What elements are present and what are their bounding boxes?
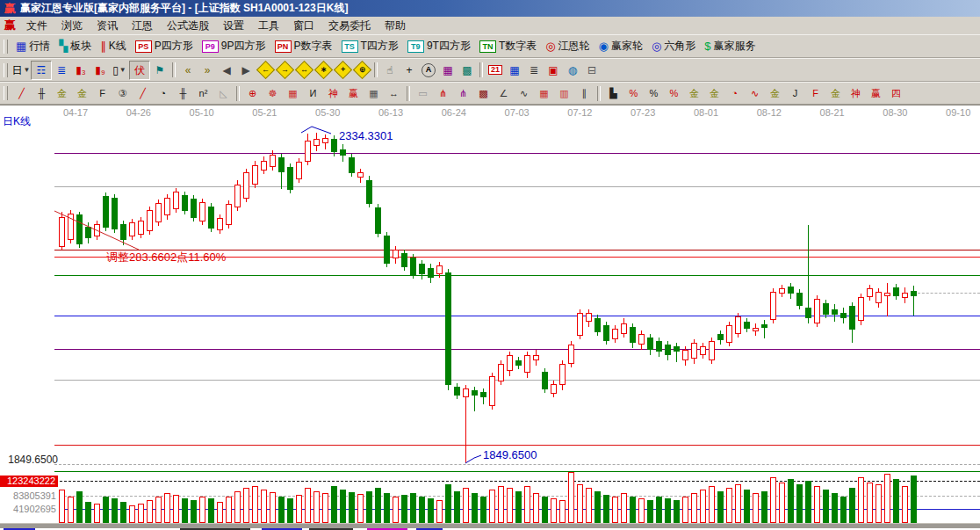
menu-item[interactable]: 公式选股 [160, 18, 216, 33]
draw-tool-button[interactable]: F [92, 85, 112, 102]
menu-item[interactable]: 帮助 [378, 18, 413, 33]
draw-tool-button[interactable]: ∥ [574, 85, 594, 102]
draw-tool-button[interactable]: % [664, 85, 684, 102]
k-pattern-button[interactable]: 伏 [129, 61, 150, 80]
draw-tool-button[interactable]: ▦ [534, 85, 554, 102]
draw-tool-button[interactable]: ↔ [384, 85, 404, 102]
zoom-all-button[interactable]: ⊕ [352, 62, 371, 79]
jump-first-button[interactable]: « [178, 62, 198, 79]
toolbar-button-P数字表[interactable]: PNP数字表 [270, 38, 337, 54]
draw-tool-button[interactable]: J [785, 85, 805, 102]
draw-tool-button[interactable]: ⊕ [242, 85, 263, 102]
notebook-button[interactable]: ≣ [524, 62, 544, 79]
grid-purple-button[interactable]: ▦ [438, 62, 458, 79]
toolbar-button-9T四方形[interactable]: T99T四方形 [403, 38, 475, 54]
menu-item[interactable]: 资讯 [90, 18, 125, 33]
draw-tool-button[interactable]: 金 [765, 85, 785, 102]
toolbar-button-赢家轮[interactable]: ◉赢家轮 [594, 38, 647, 54]
draw-tool-button[interactable]: 四 [886, 85, 906, 102]
toolbar-button-K线[interactable]: ∥K线 [96, 38, 131, 54]
draw-tool-button[interactable]: F [805, 85, 825, 102]
menu-item[interactable]: 交易委托 [321, 18, 378, 33]
bars-3-button[interactable]: ▮₃ [71, 62, 90, 79]
menu-item[interactable]: 江恩 [125, 18, 160, 33]
toolbar-button-江恩轮[interactable]: ◎江恩轮 [541, 38, 594, 54]
draw-tool-button[interactable]: ▦ [364, 85, 384, 102]
jump-last-button[interactable]: » [198, 62, 217, 79]
bars-9-button[interactable]: ▮₉ [90, 62, 110, 79]
toolbar-button-9P四方形[interactable]: P99P四方形 [198, 38, 270, 54]
draw-tool-button[interactable]: ╫ [173, 85, 193, 102]
draw-tool-button[interactable]: 金 [52, 85, 72, 102]
draw-tool-button[interactable]: ∿ [514, 85, 534, 102]
draw-tool-button[interactable]: ▙ [603, 85, 623, 102]
zoom-out-button[interactable]: ∗ [313, 62, 333, 79]
draw-tool-button[interactable]: ▩ [473, 85, 494, 102]
draw-tool-button[interactable]: ╱ [133, 85, 153, 102]
toolbar-button-板块[interactable]: ▚板块 [54, 38, 96, 54]
crosshair-tool-button[interactable]: + [400, 62, 419, 79]
calculator-button[interactable]: ▦ [505, 62, 524, 79]
grid-teal-button[interactable]: ▩ [458, 62, 477, 79]
menu-item[interactable]: 文件 [19, 18, 54, 33]
draw-tool-button[interactable]: ∿ [745, 85, 765, 102]
draw-tool-button[interactable]: ▦ [283, 85, 303, 102]
menu-item[interactable]: 设置 [216, 18, 251, 33]
draw-tool-button[interactable]: ◺ [213, 85, 234, 102]
save-button[interactable]: ▣ [544, 62, 563, 79]
flag-marker-button[interactable]: ⚑ [150, 62, 169, 79]
step-left-button[interactable]: ◀ [217, 62, 236, 79]
zoom-area-button[interactable]: A [419, 62, 438, 79]
chart-style-button[interactable]: ☶ [31, 61, 52, 80]
draw-tool-button[interactable]: 金 [72, 85, 92, 102]
draw-tool-button[interactable]: ⋔ [453, 85, 473, 102]
menu-item[interactable]: 工具 [251, 18, 286, 33]
draw-tool-button[interactable]: 金 [825, 85, 846, 102]
draw-tool-button[interactable]: n² [193, 85, 213, 102]
draw-tool-button[interactable]: 赢 [866, 85, 886, 102]
draw-tool-button[interactable]: 神 [323, 85, 343, 102]
draw-tool-button[interactable]: % [644, 85, 664, 102]
draw-tool-button[interactable]: ∠ [494, 85, 514, 102]
draw-tool-button[interactable]: 神 [846, 85, 866, 102]
scroll-both-button[interactable]: ↔ [294, 62, 313, 79]
toolbar-button-六角形[interactable]: ◎六角形 [647, 38, 700, 54]
scroll-right-button[interactable]: → [275, 62, 294, 79]
draw-tool-button[interactable]: ╱ [11, 85, 32, 102]
draw-tool-button[interactable]: И [303, 85, 323, 102]
scroll-left-button[interactable]: ← [256, 62, 275, 79]
draw-tool-button[interactable]: ③ [112, 85, 133, 102]
draw-tool-button[interactable]: ☸ [263, 85, 283, 102]
draw-tool-button[interactable]: 金 [684, 85, 704, 102]
zoom-in-button[interactable]: + [333, 62, 352, 79]
toolbar-button-T四方形[interactable]: TST四方形 [337, 38, 403, 54]
draw-tool-button[interactable]: 金 [704, 85, 724, 102]
draw-tool-button[interactable]: ▥ [554, 85, 574, 102]
info-panel-button[interactable]: ≣ [52, 62, 71, 79]
hand-tool-button[interactable]: ☝ [380, 62, 400, 79]
toolbar-button-T数字表[interactable]: TNT数字表 [475, 38, 541, 54]
main-chart[interactable]: 日K线 2334.3301 调整283.6602点11.60% 1849.650… [0, 105, 980, 530]
period-day-button[interactable]: 日▼ [11, 62, 31, 79]
menu-item[interactable]: 窗口 [286, 18, 321, 33]
draw-tool-button[interactable]: % [623, 85, 644, 102]
draw-tool-button[interactable]: ◔ [724, 85, 745, 102]
draw-tool-button[interactable]: ╫ [32, 85, 52, 102]
network-button[interactable]: ◍ [563, 62, 582, 79]
draw-tool-button[interactable]: ⋔ [433, 85, 453, 102]
zoom-in-icon: + [333, 61, 351, 79]
draw-tool-button[interactable]: ◔ [153, 85, 173, 102]
draw-tool-button[interactable]: ▭ [413, 85, 433, 102]
toolbar-button-P四方形[interactable]: PSP四方形 [131, 38, 198, 54]
step-right-button[interactable]: ▶ [236, 62, 256, 79]
menu-item[interactable]: 浏览 [54, 18, 90, 33]
toolbar-button-赢家服务[interactable]: $赢家服务 [700, 38, 760, 54]
candle [331, 139, 337, 152]
candle [454, 387, 460, 396]
candle-type-button[interactable]: ▯▼ [110, 62, 129, 79]
print-button[interactable]: ⊟ [582, 62, 602, 79]
draw-tool-button[interactable]: 赢 [343, 85, 364, 102]
title-bar[interactable]: 赢 赢家江恩专业版[赢家内部服务平台] - [上证指数 SH1A0001-123… [0, 0, 980, 17]
calendar-button[interactable]: 21 [486, 62, 505, 79]
toolbar-button-行情[interactable]: ▦行情 [11, 38, 54, 54]
